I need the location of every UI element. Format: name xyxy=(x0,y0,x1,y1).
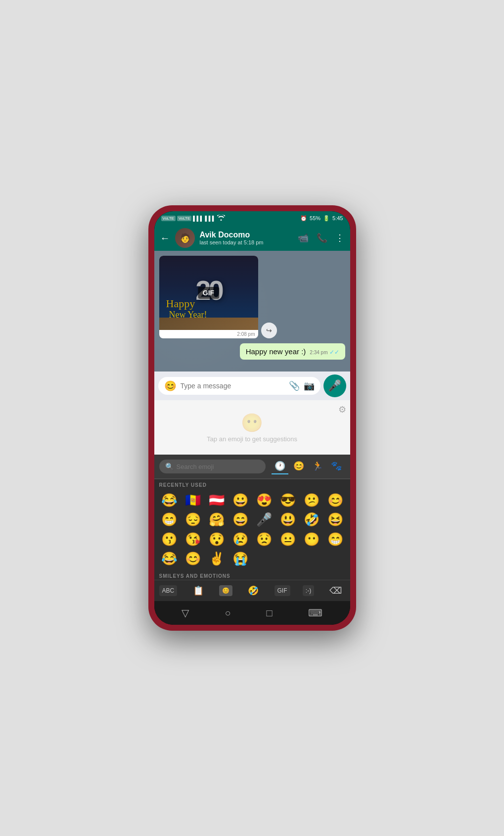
settings-icon[interactable]: ⚙ xyxy=(338,404,346,415)
recently-used-grid: 😂 🇦🇩 🇦🇹 😀 😍 😎 😕 😊 😁 😔 🤗 😄 🎤 😃 🤣 😆 😗 😘 xyxy=(154,489,350,570)
backspace-key[interactable]: ⌫ xyxy=(326,583,345,598)
sent-time: 2:34 pm xyxy=(310,350,327,355)
emoji-item[interactable]: 😘 xyxy=(181,530,205,549)
gif-ribbon xyxy=(159,318,258,330)
emoji-item[interactable]: 😆 xyxy=(323,510,347,529)
emoji-suggestion-panel: ⚙ 😶 Tap an emoji to get suggestions xyxy=(154,400,350,455)
emoji-item[interactable]: 😢 xyxy=(229,530,252,549)
cat-tab-objects[interactable]: ☕ xyxy=(347,459,350,474)
navigation-bar: ▽ ○ □ ⌨ xyxy=(154,601,350,625)
search-icon: 🔍 xyxy=(165,463,174,470)
emoji-placeholder-face: 😶 xyxy=(241,413,263,433)
emoji-item[interactable]: 🎤 xyxy=(252,510,276,529)
message-input[interactable] xyxy=(181,382,285,390)
emoji-item[interactable]: ✌ xyxy=(205,549,229,568)
cat-tab-smileys[interactable]: 😊 xyxy=(290,459,307,474)
chat-header: ← 🧑 Avik Docomo last seen today at 5:18 … xyxy=(154,225,350,251)
keyboard-bottom-bar: ABC 📋 😊 🤣 GIF :-) ⌫ xyxy=(154,580,350,601)
time-display: 5:45 xyxy=(332,215,343,221)
battery-text: 55% xyxy=(310,215,321,221)
emoji-item[interactable]: 😁 xyxy=(157,510,181,529)
contact-name: Avik Docomo xyxy=(200,231,293,239)
forward-button[interactable]: ↪ xyxy=(261,323,277,338)
gif-happy-text: Happy xyxy=(166,297,195,310)
emoji-item[interactable]: 🤣 xyxy=(300,510,323,529)
sent-meta: 2:34 pm ✓✓ xyxy=(310,349,339,356)
gif-time: 2:08 pm xyxy=(159,330,258,338)
emoji-item[interactable]: 😕 xyxy=(300,491,323,510)
header-info: Avik Docomo last seen today at 5:18 pm xyxy=(200,231,293,245)
sent-bubble: Happy new year :) 2:34 pm ✓✓ xyxy=(240,343,345,360)
message-input-bar: 😊 📎 📷 🎤 xyxy=(154,372,350,400)
message-input-wrap: 😊 📎 📷 xyxy=(158,377,321,395)
cat-tab-recent[interactable]: 🕐 xyxy=(272,459,288,474)
cat-tab-people[interactable]: 🏃 xyxy=(309,459,326,474)
abc-key[interactable]: ABC xyxy=(159,585,178,596)
emoji-item[interactable]: 😊 xyxy=(181,549,205,568)
signal2-icon: ▌▌▌ xyxy=(205,216,216,221)
gif-image: 20 Happy New Year! GIF xyxy=(159,256,258,330)
nav-keyboard-icon[interactable]: ⌨ xyxy=(308,607,322,619)
double-check-icon: ✓✓ xyxy=(329,349,339,356)
emoji-item[interactable]: 😔 xyxy=(181,510,205,529)
attach-icon[interactable]: 📎 xyxy=(289,380,300,391)
emoji-item[interactable]: 😭 xyxy=(229,549,252,568)
emoji-item[interactable]: 😀 xyxy=(229,491,252,510)
emoji-key[interactable]: 😊 xyxy=(219,585,232,596)
emoji-item[interactable]: 🇦🇩 xyxy=(181,491,205,510)
alarm-icon: ⏰ xyxy=(300,215,307,222)
emoji-item[interactable]: 😄 xyxy=(229,510,252,529)
gif-key[interactable]: GIF xyxy=(275,585,290,596)
emoji-item[interactable]: 🇦🇹 xyxy=(205,491,229,510)
emoji-item[interactable]: 😂 xyxy=(157,491,181,510)
wifi-icon xyxy=(217,215,225,222)
gif-bubble: 20 Happy New Year! GIF 2:08 pm xyxy=(159,256,258,338)
emoji-item[interactable]: 😯 xyxy=(205,530,229,549)
emoticon-key[interactable]: :-) xyxy=(303,585,314,596)
cat-tab-animals[interactable]: 🐾 xyxy=(328,459,345,474)
emoji-item[interactable]: 😟 xyxy=(252,530,276,549)
emoji-item[interactable]: 😶 xyxy=(300,530,323,549)
status-left: VoLTE VoLTE ▌▌▌ ▌▌▌ xyxy=(161,215,225,222)
sent-text: Happy new year :) xyxy=(246,347,306,356)
mic-button[interactable]: 🎤 xyxy=(323,374,346,397)
emoji-item[interactable]: 😃 xyxy=(276,510,300,529)
gif-badge: GIF xyxy=(198,287,219,299)
sticker-key[interactable]: 🤣 xyxy=(245,583,262,598)
nav-recents-icon[interactable]: □ xyxy=(266,607,272,619)
emoji-button[interactable]: 😊 xyxy=(164,380,177,392)
emoji-item[interactable]: 😍 xyxy=(252,491,276,510)
emoji-item[interactable]: 😊 xyxy=(323,491,347,510)
back-button[interactable]: ← xyxy=(160,232,170,244)
emoji-item[interactable]: 😎 xyxy=(276,491,300,510)
nav-home-icon[interactable]: ○ xyxy=(225,607,230,619)
phone-screen: VoLTE VoLTE ▌▌▌ ▌▌▌ ⏰ 55% 🔋 5:45 ← 🧑 xyxy=(154,211,350,625)
emoji-search-input[interactable] xyxy=(177,463,260,470)
header-icons: 📹 📞 ⋮ xyxy=(298,232,344,243)
more-options-icon[interactable]: ⋮ xyxy=(335,232,344,243)
recently-used-label: RECENTLY USED xyxy=(154,479,350,489)
chat-area: 20 Happy New Year! GIF 2:08 pm ↪ Happy n… xyxy=(154,251,350,372)
emoji-search-bar: 🔍 🕐 😊 🏃 🐾 ☕ xyxy=(154,455,350,478)
smileys-label: SMILEYS AND EMOTIONS xyxy=(154,570,350,580)
emoji-item[interactable]: 😁 xyxy=(323,530,347,549)
nav-back-icon[interactable]: ▽ xyxy=(182,607,189,619)
phone-shell: VoLTE VoLTE ▌▌▌ ▌▌▌ ⏰ 55% 🔋 5:45 ← 🧑 xyxy=(148,205,356,631)
emoji-item[interactable]: 😂 xyxy=(157,549,181,568)
status-bar: VoLTE VoLTE ▌▌▌ ▌▌▌ ⏰ 55% 🔋 5:45 xyxy=(154,211,350,225)
suggestion-hint-text: Tap an emoji to get suggestions xyxy=(207,435,297,443)
emoji-item[interactable]: 😐 xyxy=(276,530,300,549)
status-right: ⏰ 55% 🔋 5:45 xyxy=(300,215,343,222)
mic-icon: 🎤 xyxy=(328,379,341,392)
avatar-image: 🧑 xyxy=(180,232,190,243)
voice-call-icon[interactable]: 📞 xyxy=(317,232,327,243)
clipboard-key[interactable]: 📋 xyxy=(190,583,207,598)
battery-icon: 🔋 xyxy=(323,215,330,222)
camera-icon[interactable]: 📷 xyxy=(304,380,315,391)
emoji-item[interactable]: 🤗 xyxy=(205,510,229,529)
emoji-item[interactable]: 😗 xyxy=(157,530,181,549)
video-call-icon[interactable]: 📹 xyxy=(298,232,309,243)
search-wrap: 🔍 xyxy=(159,460,266,473)
volte2-badge: VoLTE xyxy=(177,216,191,221)
last-seen-status: last seen today at 5:18 pm xyxy=(200,239,293,245)
